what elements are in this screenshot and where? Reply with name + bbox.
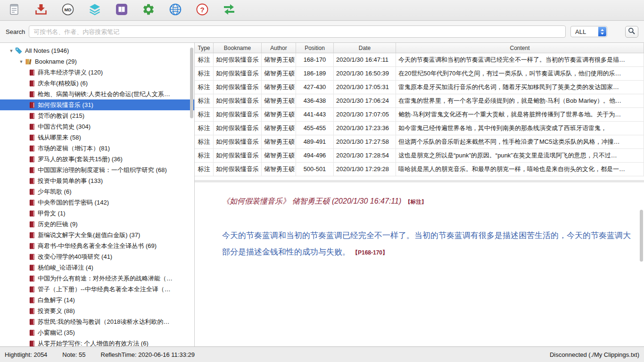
tree-item-book[interactable]: 新编说文解字大全集(超值白金版) (37) [0,230,194,240]
column-header[interactable]: Date [334,43,396,53]
tree-item-book[interactable]: 投资中最简单的事 (133) [0,175,194,186]
tree-item-label: 管子（上下册）--中华经典名著全本全注全译（… [38,285,171,294]
sync-button[interactable] [222,3,237,18]
search-input[interactable] [29,25,566,38]
svg-text:?: ? [200,6,204,14]
web-button[interactable] [168,3,183,18]
column-header[interactable]: Author [262,43,296,53]
globe-icon [169,3,182,17]
tree-item-book[interactable]: 白鱼解字 (14) [0,295,194,305]
cell-author: 储智勇王硕 [262,108,296,122]
tree-item-book[interactable]: 庆余年(精校版) (6) [0,78,194,89]
import-button[interactable] [33,3,49,18]
tree-item-book[interactable]: 小窗幽记 (35) [0,327,194,338]
column-header[interactable]: Type [195,43,214,53]
tree-item-book[interactable]: 历史的巨镜 (9) [0,219,194,230]
tree-item-book[interactable]: 苏世民:我的经验与教训（2018读桥水达利欧的… [0,316,194,327]
tree-item-book[interactable]: 改变心理学的40项研究 (41) [0,251,194,262]
sync-icon [222,3,236,17]
help-button[interactable]: ? [195,3,210,18]
sidebar-scrollbar-thumb[interactable] [190,48,193,118]
book-icon [29,308,35,314]
cell-bookname: 如何假装懂音乐 [214,53,262,67]
tree-item-label: 苏世民:我的经验与教训（2018读桥水达利欧的… [38,318,170,326]
cell-position: 186-189 [296,67,334,81]
detail-scrollbar-thumb[interactable] [640,210,643,262]
table-row[interactable]: 标注 如何假装懂音乐 储智勇王硕 494-496 2020/1/30 17:28… [195,149,644,163]
note-type-tag: 【标注】 [405,199,427,205]
settings-button[interactable] [141,3,156,18]
cell-bookname: 如何假装懂音乐 [214,135,262,149]
tree-item-book[interactable]: 罗马人的故事(套装共15册) (36) [0,154,194,165]
tree-item-label: All Notes (1946) [25,47,69,54]
book-icon [29,221,35,228]
cell-date: 2020/1/30 17:27:58 [334,135,396,149]
cell-content: 在雷鬼的世界里，有一个名字是必须提到的，就是鲍勃·马利（Bob Marley）。… [396,94,644,108]
filter-dropdown[interactable]: ALL [570,26,607,37]
table-row[interactable]: 标注 如何假装懂音乐 储智勇王硕 455-455 2020/1/30 17:23… [195,122,644,135]
table-row[interactable]: 标注 如何假装懂音乐 储智勇王硕 168-170 2020/1/30 16:47… [195,53,644,67]
cell-content: 如今雷鬼已经传遍世界各地，其中传到南美的那条线演变成了西班牙语雷鬼， [396,122,644,135]
note-title-text: 《如何假装懂音乐》 储智勇王硕 (2020/1/30 16:47:11) [222,197,401,205]
table-row[interactable]: 标注 如何假装懂音乐 储智勇王硕 489-491 2020/1/30 17:27… [195,135,644,149]
tree-item-bookname-group[interactable]: ▼ Bookname (29) [0,56,194,67]
tree-item-book[interactable]: 货币的教训 (215) [0,110,194,121]
filter-dropdown-value: ALL [575,28,586,35]
tree-item-book[interactable]: 枪炮、病菌与钢铁:人类社会的命运(世纪人文系… [0,89,194,99]
book-icon [29,243,35,249]
toolbar: MD ? [0,0,644,21]
tree-item-label: 钱从哪里来 (58) [38,133,81,142]
disclosure-triangle-icon[interactable]: ▼ [17,59,25,64]
tree-item-all-notes[interactable]: ▼ All Notes (1946) [0,45,194,56]
cell-type: 标注 [195,149,214,163]
table-row[interactable]: 标注 如何假装懂音乐 储智勇王硕 427-430 2020/1/30 17:05… [195,81,644,94]
cell-bookname: 如何假装懂音乐 [214,81,262,94]
tree-item-book[interactable]: 少年凯歌 (6) [0,186,194,197]
tree-item-book[interactable]: 钱从哪里来 (58) [0,132,194,143]
app-window: MD ? Search ALL [0,0,644,362]
tree-item-book[interactable]: 管子（上下册）--中华经典名著全本全注全译（… [0,284,194,295]
cell-content: 但这两个乐队的音乐听起来截然不同，性手枪沿袭了MC5这类乐队的风格，冲撞… [396,135,644,149]
tree-item-book[interactable]: 投资要义 (88) [0,305,194,316]
tree-item-book[interactable]: 市场的逻辑（增订本）(81) [0,143,194,154]
epub-button[interactable] [114,3,129,18]
column-header[interactable]: Content [396,43,644,53]
disclosure-triangle-icon[interactable]: ▼ [8,49,15,53]
tree-item-book[interactable]: 如何假装懂音乐 (31) [0,99,194,110]
book-icon [29,123,35,130]
markdown-button[interactable]: MD [60,3,75,18]
tree-item-label: Bookname (29) [35,58,77,65]
table-row[interactable]: 标注 如何假装懂音乐 储智勇王硕 186-189 2020/1/30 16:50… [195,67,644,81]
tree-item-book[interactable]: 杨伯峻_论语译注 (4) [0,262,194,273]
tree-item-label: 小窗幽记 (35) [38,329,75,337]
table-row[interactable]: 标注 如何假装懂音乐 储智勇王硕 436-438 2020/1/30 17:06… [195,94,644,108]
notes-button[interactable] [7,3,22,18]
tree-item-label: 商君书-中华经典名著全本全注全译丛书 (69) [38,242,157,250]
column-header[interactable]: Position [296,43,334,53]
search-button[interactable] [625,26,638,38]
tree-item-book[interactable]: 薛兆丰经济学讲义 (120) [0,67,194,78]
cell-bookname: 如何假装懂音乐 [214,94,262,108]
tree-item-book[interactable]: 中国为什么有前途：对外经济关系的战略潜能（… [0,273,194,284]
book-icon [29,145,35,152]
tree-item-book[interactable]: 甲骨文 (1) [0,208,194,219]
cell-type: 标注 [195,122,214,135]
right-column: Type Bookname Author Position Date Conte… [195,43,644,346]
note-position-tag: 【P168-170】 [352,249,388,256]
tree-item-book[interactable]: 中国国家治理的制度逻辑：一个组织学研究 (68) [0,165,194,175]
cell-position: 436-438 [296,94,334,108]
cell-position: 427-430 [296,81,334,94]
tree-item-book[interactable]: 商君书-中华经典名著全本全注全译丛书 (69) [0,240,194,251]
table-row[interactable]: 标注 如何假装懂音乐 储智勇王硕 441-443 2020/1/30 17:07… [195,108,644,122]
tree-item-book[interactable]: 从零开始学写作: 个人增值的有效方法 (6) [0,338,194,346]
tree-item-label: 杨伯峻_论语译注 (4) [38,263,93,272]
layers-button[interactable] [87,3,102,18]
tree-item-label: 投资中最简单的事 (133) [38,177,103,185]
table-row[interactable]: 标注 如何假装懂音乐 储智勇王硕 500-501 2020/1/30 17:29… [195,163,644,176]
tree-item-book[interactable]: 中央帝国的哲学密码 (142) [0,197,194,208]
column-header[interactable]: Bookname [214,43,262,53]
tree-item-label: 中国为什么有前途：对外经济关系的战略潜能（… [38,274,173,283]
cell-author: 储智勇王硕 [262,122,296,135]
tree-item-book[interactable]: 中国古代简史 (304) [0,121,194,132]
tree-item-label: 市场的逻辑（增订本）(81) [38,144,110,153]
